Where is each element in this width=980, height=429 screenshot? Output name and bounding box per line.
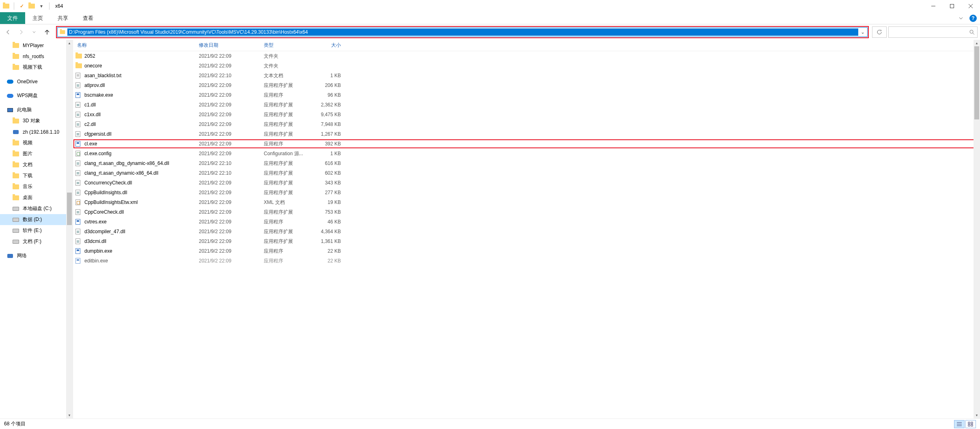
file-row[interactable]: c1xx.dll2021/9/2 22:09应用程序扩展9,475 KB (73, 110, 980, 119)
file-row[interactable]: d3dcmi.dll2021/9/2 22:09应用程序扩展1,361 KB (73, 236, 980, 246)
properties-icon[interactable]: ✓ (18, 2, 26, 10)
txt-icon (73, 73, 84, 78)
file-row[interactable]: CppBuildInsightsEtw.xml2021/9/2 22:09XML… (73, 197, 980, 207)
file-row[interactable]: c2.dll2021/9/2 22:09应用程序扩展7,948 KB (73, 119, 980, 129)
file-size: 9,475 KB (317, 112, 349, 117)
tree-item[interactable]: 桌面 (0, 192, 73, 203)
folder-icon (12, 173, 19, 179)
file-size: 1,267 KB (317, 131, 349, 137)
file-row[interactable]: cl.exe2021/9/2 22:09应用程序392 KB (73, 139, 980, 149)
tree-item[interactable]: 图片 (0, 148, 73, 159)
tree-item[interactable]: nfs_rootfs (0, 51, 73, 62)
maximize-button[interactable] (943, 0, 961, 12)
file-row[interactable]: c1.dll2021/9/2 22:09应用程序扩展2,362 KB (73, 100, 980, 110)
file-row[interactable]: CppCoreCheck.dll2021/9/2 22:09应用程序扩展753 … (73, 207, 980, 217)
file-name: clang_rt.asan_dbg_dynamic-x86_64.dll (84, 160, 195, 166)
recent-dropdown[interactable] (28, 26, 40, 38)
tree-item[interactable]: 视频 (0, 137, 73, 148)
tab-share[interactable]: 共享 (50, 12, 75, 24)
file-row[interactable]: cl.exe.config2021/9/2 22:09Configuration… (73, 149, 980, 158)
file-date: 2021/9/2 22:09 (195, 199, 260, 205)
folder-icon[interactable] (28, 2, 35, 10)
file-name: CppBuildInsights.dll (84, 190, 195, 195)
this-pc-node[interactable]: 此电脑 (0, 104, 73, 115)
file-row[interactable]: cfgpersist.dll2021/9/2 22:09应用程序扩展1,267 … (73, 129, 980, 139)
ribbon: 文件 主页 共享 查看 ? (0, 12, 980, 24)
file-type: 应用程序 (260, 248, 317, 255)
tree-item[interactable]: 视频下载 (0, 62, 73, 73)
tree-item[interactable]: 音乐 (0, 181, 73, 192)
scroll-thumb[interactable] (974, 46, 979, 119)
onedrive-node[interactable]: OneDrive (0, 76, 73, 87)
minimize-button[interactable] (924, 0, 943, 12)
address-path[interactable]: D:\Program Files (x86)\Microsoft Visual … (67, 28, 858, 36)
file-size: 19 KB (317, 199, 349, 205)
qat-dropdown-icon[interactable]: ▾ (38, 2, 45, 10)
tree-item[interactable]: MYPlayer (0, 40, 73, 51)
file-type: 应用程序扩展 (260, 121, 317, 128)
address-dropdown-icon[interactable]: ⌄ (858, 29, 867, 35)
scroll-thumb[interactable] (67, 193, 72, 225)
folder-icon (12, 195, 19, 201)
file-row[interactable]: CppBuildInsights.dll2021/9/2 22:09应用程序扩展… (73, 188, 980, 197)
file-row[interactable]: d3dcompiler_47.dll2021/9/2 22:09应用程序扩展4,… (73, 227, 980, 236)
tree-item[interactable]: 文档 (F:) (0, 236, 73, 247)
tree-item[interactable]: zh (192.168.1.10 (0, 126, 73, 137)
scroll-down-icon[interactable]: ▼ (66, 412, 73, 418)
scroll-down-icon[interactable]: ▼ (974, 412, 980, 418)
file-row[interactable]: asan_blacklist.txt2021/9/2 22:10文本文档1 KB (73, 71, 980, 80)
network-node[interactable]: 网络 (0, 250, 73, 261)
col-size[interactable]: 大小 (317, 42, 349, 49)
file-tab[interactable]: 文件 (0, 12, 25, 24)
file-name: clang_rt.asan_dynamic-x86_64.dll (84, 170, 195, 176)
navigation-tree[interactable]: MYPlayernfs_rootfs视频下载 OneDrive WPS网盘 此电… (0, 40, 73, 418)
details-view-button[interactable] (954, 420, 965, 428)
file-row[interactable]: cvtres.exe2021/9/2 22:09应用程序46 KB (73, 217, 980, 227)
tab-home[interactable]: 主页 (25, 12, 50, 24)
dll-icon (73, 229, 84, 234)
file-rows[interactable]: 20522021/9/2 22:09文件夹onecore2021/9/2 22:… (73, 51, 980, 418)
file-row[interactable]: dumpbin.exe2021/9/2 22:09应用程序22 KB (73, 246, 980, 256)
column-headers[interactable]: 名称 修改日期 类型 大小 (73, 40, 980, 51)
back-button[interactable] (2, 26, 14, 38)
help-button[interactable]: ? (969, 15, 977, 22)
tree-item[interactable]: 数据 (D:) (0, 214, 73, 225)
file-row[interactable]: ConcurrencyCheck.dll2021/9/2 22:09应用程序扩展… (73, 178, 980, 188)
tree-scrollbar[interactable]: ▲ ▼ (66, 40, 73, 418)
file-date: 2021/9/2 22:09 (195, 121, 260, 127)
tree-item[interactable]: 文档 (0, 159, 73, 170)
tree-item[interactable]: 本地磁盘 (C:) (0, 203, 73, 214)
scroll-up-icon[interactable]: ▲ (974, 40, 980, 46)
file-name: cl.exe.config (84, 151, 195, 156)
file-date: 2021/9/2 22:09 (195, 209, 260, 215)
refresh-button[interactable] (872, 26, 887, 38)
tree-item[interactable]: 软件 (E:) (0, 225, 73, 236)
tab-view[interactable]: 查看 (75, 12, 101, 24)
col-type[interactable]: 类型 (260, 42, 317, 49)
file-row[interactable]: atlprov.dll2021/9/2 22:09应用程序扩展206 KB (73, 80, 980, 90)
tree-label: 此电脑 (17, 106, 32, 113)
file-row[interactable]: editbin.exe2021/9/2 22:09应用程序22 KB (73, 256, 980, 266)
forward-button[interactable] (15, 26, 27, 38)
file-row[interactable]: onecore2021/9/2 22:09文件夹 (73, 61, 980, 71)
scroll-up-icon[interactable]: ▲ (66, 40, 73, 46)
file-scrollbar[interactable]: ▲ ▼ (974, 40, 980, 418)
tree-item[interactable]: 3D 对象 (0, 115, 73, 126)
search-input[interactable] (888, 26, 978, 38)
file-row[interactable]: clang_rt.asan_dbg_dynamic-x86_64.dll2021… (73, 158, 980, 168)
up-button[interactable] (41, 26, 53, 38)
tree-item[interactable]: 下载 (0, 170, 73, 181)
file-name: d3dcmi.dll (84, 238, 195, 244)
file-row[interactable]: 20522021/9/2 22:09文件夹 (73, 51, 980, 61)
icons-view-button[interactable] (965, 420, 976, 428)
col-name[interactable]: 名称 (73, 42, 195, 49)
file-row[interactable]: bscmake.exe2021/9/2 22:09应用程序96 KB (73, 90, 980, 100)
address-bar[interactable]: D:\Program Files (x86)\Microsoft Visual … (57, 27, 868, 37)
file-row[interactable]: clang_rt.asan_dynamic-x86_64.dll2021/9/2… (73, 168, 980, 178)
close-button[interactable] (961, 0, 980, 12)
wps-node[interactable]: WPS网盘 (0, 90, 73, 101)
folder-icon (73, 63, 84, 68)
ribbon-expand-button[interactable] (955, 12, 967, 24)
dll-icon (73, 121, 84, 127)
col-date[interactable]: 修改日期 (195, 42, 260, 49)
